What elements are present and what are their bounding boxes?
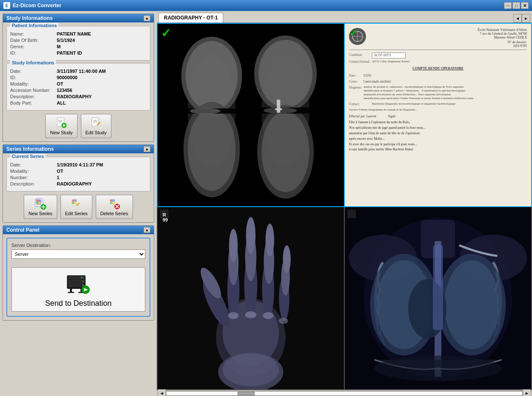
send-btn-icon-container	[64, 271, 93, 296]
control-panel-header: Control Panel ▲	[3, 226, 154, 234]
svg-point-82	[266, 223, 274, 256]
study-accession-value: 123456	[57, 88, 72, 93]
maximize-button[interactable]: □	[513, 2, 520, 9]
nav-right-btn[interactable]: ►	[522, 14, 530, 22]
current-series-title: Current Series	[10, 154, 46, 159]
scroll-right-btn[interactable]: ►	[523, 389, 531, 396]
svg-rect-102	[433, 245, 443, 330]
server-send-icon	[64, 271, 93, 296]
study-info-title: Study Informations	[10, 60, 56, 65]
patient-id-value: PATIENT ID	[57, 50, 82, 55]
svg-marker-27	[77, 202, 80, 205]
study-description-value: RADIOGRAPHY	[57, 94, 92, 99]
patient-info-fields: Name: PATIENT NAME Date Of Birth: 5/1/19…	[10, 31, 147, 55]
study-collapse-btn[interactable]: ▲	[144, 15, 150, 21]
new-study-button[interactable]: New Study	[45, 114, 77, 138]
study-section-controls: ▲	[144, 15, 150, 21]
right-panel: RADIOGRAPHY - OT-1 ◄ ► ✓	[157, 11, 532, 396]
doc-header: École Nationale Vétérinaire d'Alfort 7 a…	[349, 28, 527, 50]
send-to-destination-button[interactable]: Send to Destination	[11, 267, 145, 312]
document-content: École Nationale Vétérinaire d'Alfort 7 a…	[345, 24, 531, 206]
study-section-content: Patient Informations Name: PATIENT NAME …	[3, 22, 154, 141]
cell-indicator-chest	[347, 210, 356, 218]
svg-rect-24	[74, 199, 77, 202]
study-bodypart-value: ALL	[57, 100, 66, 105]
svg-rect-22	[39, 202, 41, 204]
edit-series-button[interactable]: Edit Series	[61, 195, 92, 219]
svg-rect-65	[275, 108, 282, 110]
nav-left-btn[interactable]: ◄	[513, 14, 522, 22]
knee-checkmark: ✓	[161, 26, 171, 40]
study-modality-value: OT	[57, 81, 63, 86]
app-icon: E	[3, 2, 10, 9]
svg-rect-37	[68, 276, 85, 279]
server-destination-label: Server Destination:	[11, 243, 145, 248]
svg-point-39	[81, 277, 82, 278]
series-date-value: 1/19/2010 4:11:37 PM	[57, 162, 103, 167]
new-series-button[interactable]: New Series	[24, 195, 57, 219]
title-bar: E Ez-Dicom Converter ─ □ ✕	[0, 0, 532, 11]
series-number-row: Number: 1	[10, 175, 147, 180]
scrollbar-track[interactable]	[166, 391, 523, 396]
control-panel-content: Server Destination: Server Local	[3, 234, 154, 320]
control-panel-controls: ▲	[144, 227, 150, 233]
svg-rect-23	[72, 199, 75, 202]
close-button[interactable]: ✕	[521, 2, 529, 9]
new-series-label: New Series	[28, 211, 52, 216]
new-study-icon	[55, 117, 67, 129]
chest-xray-cell[interactable]	[345, 207, 531, 390]
svg-rect-46	[68, 292, 74, 293]
new-series-icon	[34, 198, 46, 210]
hand-xray-cell[interactable]: R99	[158, 207, 344, 390]
tab-radiography[interactable]: RADIOGRAPHY - OT-1	[158, 13, 223, 22]
series-modality-row: Modality: OT	[10, 169, 147, 174]
svg-point-76	[229, 229, 238, 262]
svg-point-100	[444, 260, 499, 349]
svg-rect-21	[36, 202, 39, 204]
delete-series-button[interactable]: Delete Series	[96, 195, 133, 219]
current-series-subsection: Current Series Date: 1/19/2010 4:11:37 P…	[6, 157, 150, 191]
minimize-button[interactable]: ─	[504, 2, 512, 9]
scrollbar-area: ◄ ►	[157, 390, 532, 396]
r-marker: R99	[163, 212, 168, 222]
knee-xray-cell[interactable]: ✓	[158, 24, 344, 206]
patient-name-value: PATIENT NAME	[57, 31, 91, 36]
series-section-title: Series Informations	[6, 146, 54, 152]
study-accession-label: Accession Number:	[10, 88, 57, 93]
title-bar-left: E Ez-Dicom Converter	[3, 2, 61, 9]
document-cell[interactable]: ✓ École Nationale	[345, 24, 531, 206]
svg-rect-25	[72, 202, 75, 204]
series-description-label: Description:	[10, 181, 57, 186]
patient-dob-label: Date Of Birth:	[10, 38, 57, 43]
send-to-destination-label: Send to Destination	[45, 299, 111, 308]
doc-checkmark: ✓	[349, 27, 357, 39]
new-series-svg	[34, 197, 46, 210]
patient-name-row: Name: PATIENT NAME	[10, 31, 147, 36]
study-info-subsection: Study Informations Date: 3/11/1997 11:40…	[6, 63, 150, 111]
study-section-title: Study Informations	[6, 15, 53, 21]
control-panel-collapse-btn[interactable]: ▲	[144, 227, 150, 233]
svg-point-52	[186, 41, 238, 111]
patient-id-label: ID:	[10, 50, 57, 55]
svg-rect-20	[39, 199, 41, 202]
svg-point-91	[279, 318, 288, 324]
svg-point-90	[263, 312, 274, 319]
svg-point-38	[83, 277, 84, 278]
svg-rect-31	[110, 202, 112, 204]
edit-study-button[interactable]: Edit Study	[81, 114, 111, 138]
edit-series-icon	[70, 198, 82, 210]
study-informations-panel: Study Informations ▲ Patient Information…	[3, 14, 154, 142]
server-select[interactable]: Server Local	[11, 249, 145, 259]
doc-header-right: École Nationale Vétérinaire d'Alfort 7 a…	[478, 28, 527, 48]
series-collapse-btn[interactable]: ▲	[144, 146, 150, 152]
patient-genre-value: M	[57, 44, 61, 49]
patient-genre-row: Genre: M	[10, 44, 147, 49]
app-title: Ez-Dicom Converter	[13, 3, 61, 8]
svg-point-89	[245, 311, 257, 318]
series-fields: Date: 1/19/2010 4:11:37 PM Modality: OT …	[10, 162, 147, 186]
edit-study-label: Edit Study	[86, 130, 107, 135]
series-section-content: Current Series Date: 1/19/2010 4:11:37 P…	[3, 153, 154, 222]
scroll-left-btn[interactable]: ◄	[158, 389, 166, 396]
svg-rect-29	[110, 199, 112, 202]
svg-point-87	[222, 353, 279, 386]
